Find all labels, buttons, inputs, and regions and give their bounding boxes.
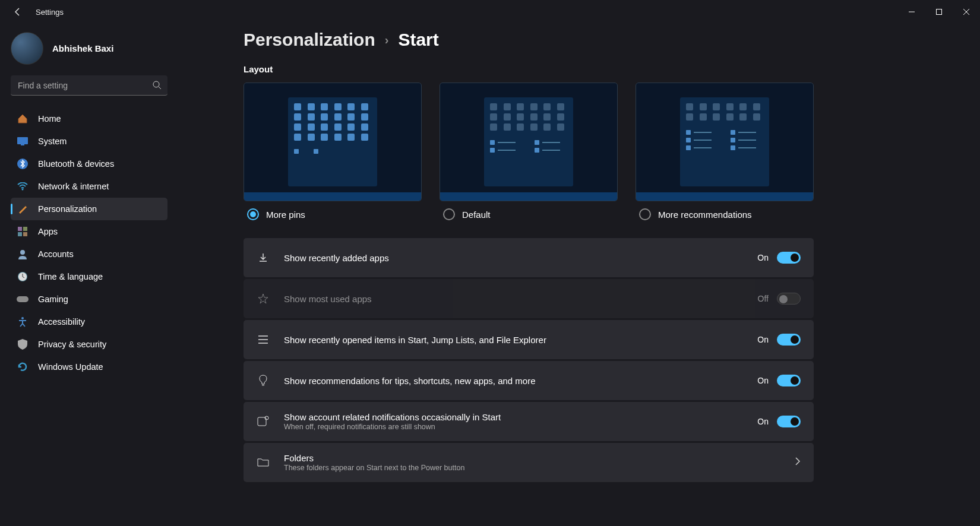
breadcrumb: Personalization › Start xyxy=(244,30,944,50)
toggle-state: On xyxy=(757,253,769,262)
setting-title: Show recently added apps xyxy=(284,253,743,263)
svg-rect-5 xyxy=(21,144,24,145)
toggle-recently-opened-items[interactable] xyxy=(777,334,801,346)
radio-label: More pins xyxy=(266,210,305,220)
setting-recently-opened-items[interactable]: Show recently opened items in Start, Jum… xyxy=(244,320,814,359)
content: Personalization › Start Layout xyxy=(178,24,980,526)
nav-network[interactable]: Network & internet xyxy=(11,175,167,198)
setting-title: Folders xyxy=(284,453,780,463)
gaming-icon xyxy=(17,293,29,305)
setting-recently-added-apps[interactable]: Show recently added apps On xyxy=(244,238,814,277)
user-profile[interactable]: Abhishek Baxi xyxy=(11,32,167,65)
minimize-button[interactable] xyxy=(898,0,925,24)
search-icon xyxy=(152,80,162,92)
setting-account-notifications[interactable]: Show account related notifications occas… xyxy=(244,402,814,441)
svg-point-2 xyxy=(153,81,159,87)
layout-options: More pins xyxy=(244,83,944,220)
svg-point-7 xyxy=(22,189,24,191)
toggle-account-notifications[interactable] xyxy=(777,416,801,427)
nav-label: Personalization xyxy=(38,204,97,214)
folder-icon xyxy=(257,456,270,469)
system-icon xyxy=(17,135,29,147)
toggle-recently-added-apps[interactable] xyxy=(777,252,801,264)
svg-rect-9 xyxy=(23,227,27,231)
layout-preview-default xyxy=(440,83,618,201)
svg-rect-15 xyxy=(17,296,29,302)
accounts-icon xyxy=(17,248,29,260)
time-icon xyxy=(17,271,29,283)
titlebar: Settings xyxy=(0,0,980,24)
nav-label: Network & internet xyxy=(38,182,109,191)
search-input[interactable] xyxy=(11,75,167,96)
layout-preview-more-pins xyxy=(244,83,422,201)
nav-apps[interactable]: Apps xyxy=(11,220,167,243)
star-icon xyxy=(257,292,270,305)
toggle-state: Off xyxy=(758,294,769,303)
minimize-icon xyxy=(909,9,915,15)
radio-more-recommendations[interactable] xyxy=(639,208,651,220)
svg-point-12 xyxy=(20,250,25,255)
nav-windows-update[interactable]: Windows Update xyxy=(11,356,167,378)
close-button[interactable] xyxy=(953,0,980,24)
nav-accounts[interactable]: Accounts xyxy=(11,243,167,265)
nav-home[interactable]: Home xyxy=(11,107,167,130)
layout-preview-more-recommendations xyxy=(636,83,814,201)
toggle-recommendations[interactable] xyxy=(777,375,801,386)
layout-option-more-pins[interactable]: More pins xyxy=(244,83,422,220)
setting-subtitle: When off, required notifications are sti… xyxy=(284,423,743,431)
app-title: Settings xyxy=(36,8,64,17)
avatar xyxy=(11,32,43,65)
bulb-icon xyxy=(257,374,270,387)
settings-list: Show recently added apps On Show most us… xyxy=(244,238,814,482)
setting-title: Show most used apps xyxy=(284,294,744,304)
maximize-icon xyxy=(936,9,942,15)
maximize-button[interactable] xyxy=(925,0,953,24)
wifi-icon xyxy=(17,180,29,192)
layout-option-more-recommendations[interactable]: More recommendations xyxy=(636,83,814,220)
layout-section-label: Layout xyxy=(244,64,944,74)
nav-label: Time & language xyxy=(38,272,103,281)
nav-system[interactable]: System xyxy=(11,130,167,153)
user-name: Abhishek Baxi xyxy=(52,43,113,53)
download-icon xyxy=(257,251,270,264)
svg-rect-10 xyxy=(18,232,22,236)
layout-option-default[interactable]: Default xyxy=(440,83,618,220)
shield-icon xyxy=(17,338,29,350)
breadcrumb-parent[interactable]: Personalization xyxy=(244,30,375,50)
nav-accessibility[interactable]: Accessibility xyxy=(11,310,167,333)
setting-recommendations[interactable]: Show recommendations for tips, shortcuts… xyxy=(244,361,814,400)
brush-icon xyxy=(17,203,29,215)
setting-subtitle: These folders appear on Start next to th… xyxy=(284,464,780,472)
setting-title: Show recommendations for tips, shortcuts… xyxy=(284,376,743,386)
nav-label: Gaming xyxy=(38,294,68,304)
svg-rect-4 xyxy=(17,137,28,144)
nav-label: System xyxy=(38,137,67,146)
setting-title: Show account related notifications occas… xyxy=(284,412,743,422)
update-icon xyxy=(17,361,29,373)
nav-label: Accounts xyxy=(38,249,74,259)
nav-time-language[interactable]: Time & language xyxy=(11,265,167,288)
nav-list: Home System Bluetooth & devices Network … xyxy=(11,107,167,378)
radio-default[interactable] xyxy=(443,208,455,220)
nav-bluetooth[interactable]: Bluetooth & devices xyxy=(11,153,167,175)
nav-gaming[interactable]: Gaming xyxy=(11,288,167,310)
radio-label: More recommendations xyxy=(658,210,752,220)
nav-label: Accessibility xyxy=(38,317,85,327)
toggle-state: On xyxy=(757,376,769,385)
chevron-right-icon xyxy=(795,457,801,468)
nav-label: Windows Update xyxy=(38,362,103,372)
nav-privacy[interactable]: Privacy & security xyxy=(11,333,167,356)
radio-label: Default xyxy=(462,210,491,220)
setting-title: Show recently opened items in Start, Jum… xyxy=(284,335,743,345)
nav-label: Home xyxy=(38,114,61,123)
list-icon xyxy=(257,333,270,346)
nav-label: Apps xyxy=(38,227,58,236)
chevron-right-icon: › xyxy=(385,33,389,47)
setting-folders[interactable]: Folders These folders appear on Start ne… xyxy=(244,443,814,482)
nav-personalization[interactable]: Personalization xyxy=(11,198,167,220)
svg-rect-11 xyxy=(23,232,27,236)
bluetooth-icon xyxy=(17,158,29,170)
back-button[interactable] xyxy=(6,0,30,24)
toggle-most-used-apps xyxy=(777,293,801,305)
radio-more-pins[interactable] xyxy=(247,208,259,220)
